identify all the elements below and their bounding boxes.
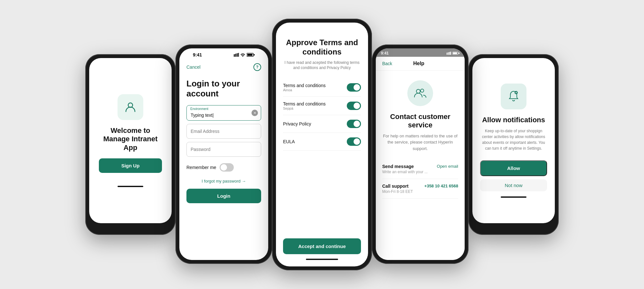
phone-terms: Approve Terms and conditions I have read… — [272, 19, 372, 270]
svg-rect-11 — [449, 52, 450, 55]
notif-title: Allow notifications — [482, 116, 545, 124]
call-label: Call support — [382, 184, 413, 189]
email-group — [186, 124, 261, 139]
status-bar-dark: 9:41 — [376, 48, 465, 57]
svg-rect-14 — [453, 53, 457, 54]
terms-row-sub: Seppä — [283, 106, 326, 110]
environment-label: Environment — [190, 107, 208, 111]
terms-row-name: Privacy Policy — [283, 121, 311, 126]
svg-rect-4 — [238, 53, 239, 57]
environment-group: Environment ✕ — [186, 105, 261, 121]
contact-desc: For help on matters related to the use o… — [382, 133, 458, 152]
phone-welcome: Welcome to Manage Intranet App Sign Up — [85, 54, 175, 235]
status-bar: 9:41 — [186, 48, 261, 59]
svg-point-16 — [416, 89, 420, 93]
svg-rect-10 — [448, 52, 449, 55]
svg-rect-12 — [450, 52, 451, 55]
terms-row: Terms and conditions Ainoa — [283, 78, 361, 97]
help-title: Help — [413, 61, 424, 66]
phone-login: 9:41 Cancel ? Login to your account — [175, 45, 272, 264]
not-now-button[interactable]: Not now — [480, 179, 547, 191]
cancel-button[interactable]: Cancel — [186, 65, 201, 70]
terms-row: Terms and conditions Seppä — [283, 97, 361, 115]
call-sub: Mon-Fri 8-18 EET — [382, 189, 413, 194]
help-icon — [407, 80, 433, 106]
send-message-row: Send message Write an email with your ..… — [382, 159, 458, 179]
terms-toggle-1[interactable] — [347, 83, 361, 92]
status-time: 9:41 — [193, 52, 202, 57]
remember-label: Remember me — [186, 165, 216, 170]
home-indicator — [306, 259, 338, 260]
forgot-link[interactable]: I forgot my password → — [186, 179, 261, 184]
svg-point-5 — [242, 56, 243, 57]
home-indicator — [501, 196, 526, 198]
welcome-title: Welcome to Manage Intranet App — [99, 126, 162, 152]
notif-desc: Keep up-to-date of your shoppign center … — [480, 128, 547, 151]
terms-row-name: EULA — [283, 139, 295, 144]
terms-row-sub: Ainoa — [283, 88, 326, 92]
send-message-label: Send message — [382, 164, 428, 169]
signup-button[interactable]: Sign Up — [99, 158, 162, 173]
privacy-toggle[interactable] — [347, 120, 361, 128]
remember-toggle[interactable] — [220, 163, 234, 172]
contact-title: Contact customer service — [382, 113, 458, 130]
svg-rect-8 — [254, 54, 255, 55]
phone-help: 9:41 Back Help — [372, 45, 469, 264]
notification-icon — [501, 84, 526, 109]
clear-icon[interactable]: ✕ — [251, 110, 258, 116]
send-message-sub: Write an email with your ... — [382, 170, 428, 174]
svg-point-17 — [421, 89, 424, 92]
svg-rect-1 — [234, 54, 235, 57]
password-group — [186, 142, 261, 157]
svg-rect-7 — [247, 54, 252, 56]
login-button[interactable]: Login — [186, 189, 261, 203]
svg-rect-3 — [237, 53, 238, 57]
login-title: Login to your account — [186, 79, 261, 99]
terms-title: Approve Terms and conditions — [283, 38, 361, 57]
terms-toggle-2[interactable] — [347, 102, 361, 110]
svg-rect-9 — [447, 53, 448, 55]
password-input[interactable] — [186, 142, 261, 157]
terms-row-name: Terms and conditions — [283, 101, 326, 106]
help-topbar: Back Help — [376, 57, 465, 71]
call-number[interactable]: +358 10 421 6568 — [424, 184, 458, 188]
email-input[interactable] — [186, 124, 261, 139]
accept-button[interactable]: Accept and continue — [283, 238, 361, 254]
help-button[interactable]: ? — [253, 63, 261, 71]
open-email-button[interactable]: Open email — [437, 164, 458, 169]
back-button[interactable]: Back — [382, 61, 392, 66]
terms-row: Privacy Policy — [283, 115, 361, 133]
terms-row: EULA — [283, 133, 361, 151]
terms-row-name: Terms and conditions — [283, 83, 326, 88]
svg-rect-2 — [235, 54, 236, 57]
svg-rect-15 — [459, 53, 459, 54]
home-indicator — [118, 186, 143, 187]
eula-toggle[interactable] — [347, 137, 361, 146]
welcome-icon — [118, 94, 143, 120]
terms-subtitle: I have read and acepted the following te… — [283, 60, 361, 71]
allow-button[interactable]: Allow — [480, 160, 547, 176]
phone-notifications: Allow notifications Keep up-to-date of y… — [469, 54, 559, 235]
call-support-row: Call support Mon-Fri 8-18 EET +358 10 42… — [382, 179, 458, 199]
